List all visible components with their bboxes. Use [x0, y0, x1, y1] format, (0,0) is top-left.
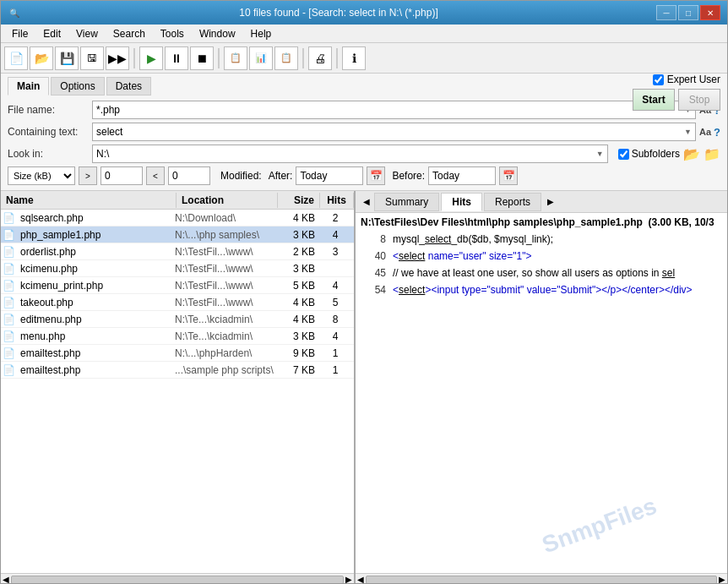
toolbar-view2[interactable]: 📊: [249, 46, 273, 70]
results-scroll-right[interactable]: ▶: [719, 575, 725, 584]
size-max-input[interactable]: [168, 166, 210, 185]
scroll-right-btn[interactable]: ▶: [345, 575, 352, 584]
col-header-size[interactable]: Size: [278, 193, 320, 208]
results-nav-right[interactable]: ▶: [543, 194, 558, 210]
containing-text-aa[interactable]: Aa: [699, 127, 711, 137]
folder-save-icon[interactable]: 📁: [704, 146, 720, 162]
tab-dates[interactable]: Dates: [106, 77, 151, 96]
result-line: 45 // we have at least one user, so show…: [361, 265, 722, 281]
table-row[interactable]: 📄 orderlist.php N:\TestFil...\www\ 2 KB …: [1, 243, 354, 260]
size-lt-btn[interactable]: <: [146, 166, 165, 185]
menu-item-help[interactable]: Help: [243, 25, 280, 42]
file-icon: 📄: [3, 229, 15, 241]
file-icon: 📄: [3, 314, 15, 325]
results-scroll-track[interactable]: [366, 576, 717, 584]
menu-item-file[interactable]: File: [4, 25, 35, 42]
file-size-cell: 5 KB: [276, 280, 318, 292]
title-bar: 🔍 10 files found - [Search: select in N:…: [1, 1, 727, 25]
menu-item-window[interactable]: Window: [192, 25, 243, 42]
results-nav-left[interactable]: ◀: [359, 194, 374, 210]
subfolders-checkbox[interactable]: [618, 149, 629, 160]
line-content: mysql_select_db($db, $mysql_link);: [393, 232, 722, 247]
start-button[interactable]: Start: [633, 89, 675, 111]
containing-text-dropdown-arrow[interactable]: ▼: [684, 128, 692, 136]
tab-hits[interactable]: Hits: [441, 193, 482, 211]
tab-summary[interactable]: Summary: [374, 193, 439, 211]
tab-main[interactable]: Main: [8, 77, 49, 96]
modified-label: Modified:: [220, 170, 262, 182]
file-list-header: Name Location Size Hits: [1, 191, 354, 210]
expert-user-checkbox[interactable]: [653, 74, 664, 85]
folder-open-icon[interactable]: 📂: [683, 146, 700, 162]
subfolders-label: Subfolders: [632, 148, 680, 160]
file-hits-cell: 1: [318, 364, 352, 376]
minimize-button[interactable]: ─: [656, 5, 676, 20]
after-label: After:: [269, 170, 293, 182]
toolbar-info[interactable]: ℹ: [342, 46, 366, 70]
table-row[interactable]: 📄 sqlsearch.php N:\Download\ 4 KB 2: [1, 210, 354, 227]
file-size-cell: 4 KB: [276, 314, 318, 325]
look-in-dropdown-arrow[interactable]: ▼: [596, 150, 604, 158]
stop-button[interactable]: Stop: [678, 89, 720, 111]
toolbar-save[interactable]: 💾: [55, 46, 79, 70]
table-row[interactable]: 📄 kcimenu_print.php N:\TestFil...\www\ 5…: [1, 277, 354, 294]
tab-options[interactable]: Options: [51, 77, 104, 96]
results-scrollbar[interactable]: ◀ ▶: [356, 573, 727, 584]
line-number: 54: [361, 282, 386, 297]
result-line: 54 <select><input type="submit" value="S…: [361, 282, 722, 297]
menu-item-search[interactable]: Search: [106, 25, 153, 42]
size-min-input[interactable]: [101, 166, 143, 185]
file-hits-cell: 4: [318, 330, 352, 342]
scroll-left-btn[interactable]: ◀: [3, 575, 9, 584]
col-header-hits[interactable]: Hits: [320, 193, 354, 208]
tab-reports[interactable]: Reports: [484, 193, 541, 211]
subfolders-checkbox-label[interactable]: Subfolders: [618, 148, 680, 160]
after-date-input[interactable]: [296, 166, 363, 185]
size-dropdown[interactable]: Size (kB): [8, 166, 75, 185]
menu-item-edit[interactable]: Edit: [35, 25, 68, 42]
split-area: Name Location Size Hits 📄 sqlsearch.php …: [1, 191, 727, 584]
scroll-track[interactable]: [11, 576, 344, 584]
file-list-scrollbar[interactable]: ◀ ▶: [1, 573, 354, 584]
col-header-location[interactable]: Location: [177, 193, 278, 208]
toolbar-play[interactable]: ▶: [139, 46, 163, 70]
file-size-cell: 9 KB: [276, 347, 318, 359]
table-row[interactable]: 📄 kcimenu.php N:\TestFil...\www\ 3 KB: [1, 260, 354, 277]
toolbar-print[interactable]: 🖨: [308, 46, 332, 70]
file-icon: 📄: [3, 330, 15, 342]
toolbar-stop[interactable]: ⏹: [190, 46, 214, 70]
results-scroll-left[interactable]: ◀: [357, 575, 364, 584]
file-location-cell: N:\...\php samples\: [175, 229, 276, 241]
file-location-cell: N:\...\phpHarden\: [175, 347, 276, 359]
toolbar-view1[interactable]: 📋: [224, 46, 247, 70]
toolbar-open[interactable]: 📂: [30, 46, 53, 70]
after-cal-btn[interactable]: 📅: [367, 166, 385, 185]
table-row[interactable]: 📄 emailtest.php N:\...\phpHarden\ 9 KB 1: [1, 345, 354, 362]
toolbar-saveas[interactable]: 🖫: [80, 46, 104, 70]
toolbar-pause[interactable]: ⏸: [165, 46, 188, 70]
menu-item-tools[interactable]: Tools: [153, 25, 192, 42]
expert-user-text: Expert User: [667, 74, 720, 85]
file-name-cell: emailtest.php: [19, 347, 175, 359]
file-icon: 📄: [3, 364, 15, 376]
toolbar-view3[interactable]: 📋: [274, 46, 298, 70]
table-row[interactable]: 📄 emailtest.php ...\sample php scripts\ …: [1, 362, 354, 379]
containing-text-help[interactable]: ?: [714, 126, 720, 139]
col-header-name[interactable]: Name: [1, 193, 177, 208]
size-gt-btn[interactable]: >: [79, 166, 97, 185]
before-date-input[interactable]: [428, 166, 496, 185]
table-row[interactable]: 📄 php_sample1.php N:\...\php samples\ 3 …: [1, 227, 354, 243]
close-button[interactable]: ✕: [700, 5, 720, 20]
toolbar-forward[interactable]: ▶▶: [106, 46, 129, 70]
expert-user-label[interactable]: Expert User: [653, 74, 720, 85]
file-size-cell: 3 KB: [276, 263, 318, 275]
table-row[interactable]: 📄 takeout.php N:\TestFil...\www\ 4 KB 5: [1, 294, 354, 311]
table-row[interactable]: 📄 menu.php N:\Te...\kciadmin\ 3 KB 4: [1, 328, 354, 345]
file-name-cell: kcimenu_print.php: [19, 280, 175, 292]
before-cal-btn[interactable]: 📅: [499, 166, 518, 185]
toolbar-new[interactable]: 📄: [4, 46, 28, 70]
maximize-button[interactable]: □: [678, 5, 698, 20]
file-hits-cell: 5: [318, 297, 352, 308]
menu-item-view[interactable]: View: [68, 25, 106, 42]
table-row[interactable]: 📄 editmenu.php N:\Te...\kciadmin\ 4 KB 8: [1, 311, 354, 328]
